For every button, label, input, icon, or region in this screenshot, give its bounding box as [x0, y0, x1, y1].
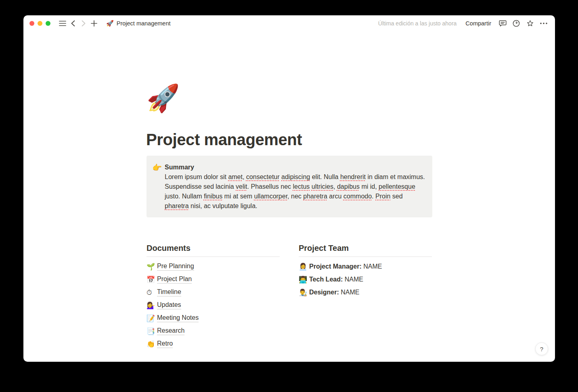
- breadcrumb-title: Project management: [117, 20, 171, 27]
- share-button[interactable]: Compartir: [463, 19, 494, 27]
- seedling-icon: 🌱: [147, 262, 155, 271]
- team-member-item: 👨‍💻Tech Lead: NAME: [299, 273, 432, 286]
- callout-body-text: , nec: [287, 193, 303, 200]
- man-technologist-icon: 👨‍💻: [299, 275, 308, 284]
- misspelled-word: ullamcorper: [254, 193, 287, 200]
- misspelled-word: pharetra: [303, 193, 327, 200]
- woman-office-worker-icon: 👩‍💼: [299, 262, 308, 271]
- callout-body-text: arcu: [327, 193, 343, 200]
- callout-body-text: sed: [390, 193, 402, 200]
- callout-body-text: Lorem ipsum dolor sit: [165, 173, 228, 180]
- team-member-role: Designer:: [309, 289, 339, 296]
- documents-column: Documents 🌱Pre Planning📅Project Plan⏱Tim…: [147, 242, 280, 350]
- callout-title: Summary: [165, 163, 426, 172]
- close-window-button[interactable]: [29, 21, 34, 26]
- misspelled-word: velit: [236, 183, 247, 190]
- page-title: Project management: [146, 131, 432, 149]
- chevron-left-icon: [71, 20, 75, 27]
- misspelled-word: pharetra: [165, 202, 189, 209]
- comments-button[interactable]: [498, 19, 507, 28]
- last-edited-label: Última edición a las justo ahora: [378, 20, 457, 27]
- history-button[interactable]: [511, 19, 521, 28]
- callout-body-text: mi id,: [360, 183, 379, 190]
- star-icon: [526, 20, 534, 27]
- document-link[interactable]: Updates: [157, 301, 181, 309]
- document-link-item: 👏Retro: [147, 338, 280, 350]
- document-link[interactable]: Research: [157, 327, 184, 335]
- team-member-name: NAME: [343, 276, 363, 283]
- notion-window: 🚀 Project management Última edición a la…: [23, 15, 555, 362]
- team-member-text: Tech Lead: NAME: [309, 276, 363, 283]
- misspelled-word: finibus: [204, 193, 222, 200]
- document-link[interactable]: Project Plan: [157, 275, 192, 284]
- callout-body: Lorem ipsum dolor sit amet, consectetur …: [165, 172, 426, 211]
- back-button[interactable]: [68, 19, 78, 28]
- misspelled-word: Proin: [375, 193, 390, 200]
- documents-list: 🌱Pre Planning📅Project Plan⏱Timeline💁‍♀️U…: [147, 260, 280, 350]
- titlebar: 🚀 Project management Última edición a la…: [23, 15, 555, 31]
- callout-body-text: mi at sem: [222, 193, 254, 200]
- document-link-item: 📑Research: [147, 325, 280, 338]
- favorite-button[interactable]: [525, 19, 535, 28]
- document-link-item: 📅Project Plan: [147, 273, 280, 286]
- help-button[interactable]: ?: [535, 342, 548, 355]
- misspelled-word: commodo: [343, 193, 372, 200]
- team-column: Project Team 👩‍💼Project Manager: NAME👨‍💻…: [299, 242, 432, 350]
- team-member-text: Project Manager: NAME: [309, 263, 382, 270]
- team-member-item: 👨‍🎨Designer: NAME: [299, 286, 432, 299]
- pointing-finger-icon: 👉: [152, 163, 162, 172]
- titlebar-actions: Última edición a las justo ahora Compart…: [378, 19, 549, 28]
- minimize-window-button[interactable]: [38, 21, 42, 26]
- document-link[interactable]: Timeline: [157, 288, 181, 296]
- rocket-icon: 🚀: [106, 20, 114, 27]
- document-link-item: 💁‍♀️Updates: [147, 299, 280, 312]
- summary-callout: 👉 Summary Lorem ipsum dolor sit amet, co…: [147, 156, 432, 217]
- team-member-name: NAME: [339, 289, 360, 296]
- misspelled-word: hendrerit: [340, 173, 366, 180]
- page-icon-rocket[interactable]: 🚀: [147, 82, 180, 115]
- clapping-hands-icon: 👏: [147, 340, 155, 348]
- page-content: 🚀 Project management 👉 Summary Lorem ips…: [23, 31, 555, 362]
- misspelled-word: lectus: [293, 183, 310, 190]
- document-link-item: 🌱Pre Planning: [147, 260, 280, 273]
- team-member-role: Tech Lead:: [309, 276, 343, 283]
- document-link-item: ⏱Timeline: [147, 286, 280, 299]
- misspelled-word: amet: [228, 173, 243, 180]
- misspelled-word: consectetur: [246, 173, 280, 180]
- documents-heading: Documents: [147, 242, 280, 254]
- hamburger-icon: [59, 21, 66, 26]
- callout-body-text: ,: [243, 173, 246, 180]
- team-heading: Project Team: [299, 242, 432, 254]
- new-tab-button[interactable]: [89, 19, 99, 28]
- document-link[interactable]: Pre Planning: [157, 263, 194, 271]
- sidebar-toggle-button[interactable]: [58, 19, 67, 28]
- team-member-role: Project Manager:: [309, 263, 362, 270]
- breadcrumb[interactable]: 🚀 Project management: [106, 20, 171, 27]
- zoom-window-button[interactable]: [46, 21, 50, 26]
- team-member-text: Designer: NAME: [309, 289, 359, 296]
- team-member-item: 👩‍💼Project Manager: NAME: [299, 260, 432, 273]
- divider: [147, 256, 280, 257]
- document-link[interactable]: Retro: [157, 340, 173, 348]
- callout-body-text: . Phasellus nec: [247, 183, 293, 190]
- nav-controls: [58, 19, 99, 28]
- man-artist-icon: 👨‍🎨: [299, 288, 308, 297]
- chevron-right-icon: [82, 20, 86, 27]
- forward-button[interactable]: [79, 19, 88, 28]
- memo-icon: 📝: [147, 314, 155, 323]
- traffic-lights: [29, 21, 50, 26]
- callout-body-text: elit. Nulla: [310, 173, 340, 180]
- person-tipping-hand-icon: 💁‍♀️: [147, 301, 155, 310]
- misspelled-word: dapibus: [337, 183, 360, 190]
- divider: [299, 256, 432, 257]
- ellipsis-icon: [540, 23, 547, 24]
- team-list: 👩‍💼Project Manager: NAME👨‍💻Tech Lead: NA…: [299, 260, 432, 299]
- bookmark-tabs-icon: 📑: [147, 327, 155, 336]
- callout-body-text: justo. Nullam: [165, 193, 204, 200]
- callout-body-text: nisi, ac vulputate ligula.: [189, 202, 258, 209]
- misspelled-word: pellentesque: [379, 183, 415, 190]
- calendar-icon: 📅: [147, 275, 155, 284]
- document-link[interactable]: Meeting Notes: [157, 314, 199, 322]
- columns: Documents 🌱Pre Planning📅Project Plan⏱Tim…: [147, 242, 432, 350]
- more-options-button[interactable]: [539, 19, 549, 28]
